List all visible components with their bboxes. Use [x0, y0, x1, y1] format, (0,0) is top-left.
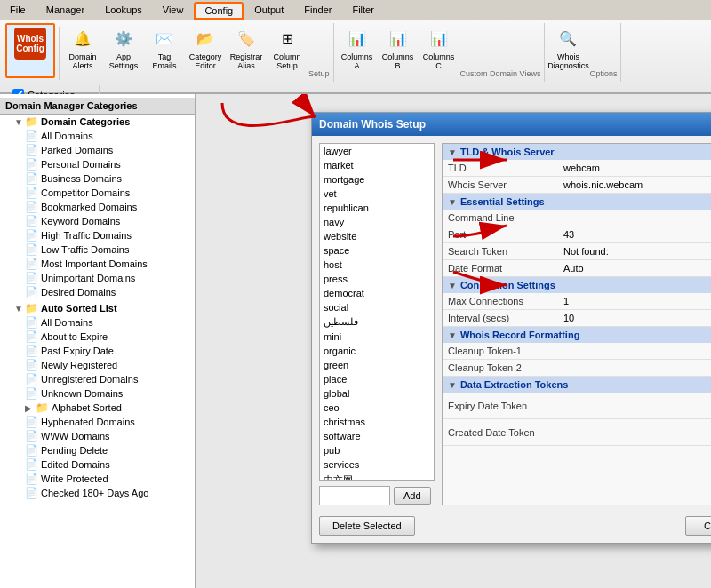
list-item[interactable]: mortgage — [320, 172, 434, 187]
tree-label: Unknown Domains — [41, 388, 123, 399]
cleanup1-value — [558, 348, 711, 354]
tree-personal-domains[interactable]: 📄 Personal Domains — [0, 157, 195, 171]
page-icon: 📄 — [25, 130, 38, 142]
tree-domain-categories[interactable]: ▼ 📁 Domain Categories — [0, 115, 195, 129]
tree-unknown-domains[interactable]: 📄 Unknown Domains — [0, 386, 195, 401]
list-item[interactable]: mini — [320, 330, 434, 344]
modal-title: Domain Whois Setup — [319, 118, 426, 131]
tld-listbox[interactable]: lawyer market mortgage vet republican na… — [319, 143, 435, 481]
add-button[interactable]: Add — [394, 487, 431, 505]
tree-high-traffic-domains[interactable]: 📄 High Traffic Domains — [0, 228, 195, 242]
list-item[interactable]: lawyer — [320, 144, 434, 158]
max-connections-value: 1 — [558, 293, 711, 309]
tree-bookmarked-domains[interactable]: 📄 Bookmarked Domains — [0, 200, 195, 214]
list-item[interactable]: christmas — [320, 415, 434, 429]
list-item[interactable]: market — [320, 158, 434, 172]
tree-low-traffic-domains[interactable]: 📄 Low Traffic Domains — [0, 242, 195, 257]
modal-titlebar: Domain Whois Setup ✕ — [312, 113, 711, 136]
tree-competitor-domains[interactable]: 📄 Competitor Domains — [0, 186, 195, 200]
app-settings-button[interactable]: ⚙️ AppSettings — [104, 23, 143, 73]
tree-keyword-domains[interactable]: 📄 Keyword Domains — [0, 214, 195, 228]
tree-edited-domains[interactable]: 📄 Edited Domains — [0, 457, 195, 472]
page-icon: 📄 — [25, 444, 38, 457]
delete-selected-button[interactable]: Delete Selected — [319, 516, 415, 536]
list-item[interactable]: فلسطين — [320, 314, 434, 330]
list-item[interactable]: services — [320, 457, 434, 472]
tree-all-domains-1[interactable]: 📄 All Domains — [0, 129, 195, 143]
page-icon: 📄 — [25, 416, 38, 428]
whois-diagnostics-button[interactable]: 🔍 WhoisDiagnostics — [548, 23, 587, 73]
tree-unimportant-domains[interactable]: 📄 Unimportant Domains — [0, 271, 195, 285]
tree-unregistered-domains[interactable]: 📄 Unregistered Domains — [0, 372, 195, 386]
list-item[interactable]: pub — [320, 443, 434, 457]
section-title: Essential Settings — [460, 196, 545, 207]
page-icon: 📄 — [25, 473, 38, 485]
content-area: Domain Whois Setup ✕ lawyer market mortg… — [196, 94, 711, 588]
collapse-icon: ▼ — [448, 147, 457, 157]
tab-lookups[interactable]: Lookups — [95, 2, 152, 20]
tree-label: Desired Domains — [41, 287, 116, 298]
columns-a-icon: 📊 — [345, 26, 370, 51]
tree-alphabet-sorted[interactable]: ▶ 📁 Alphabet Sorted — [0, 401, 195, 415]
tree-past-expiry-date[interactable]: 📄 Past Expiry Date — [0, 344, 195, 358]
list-item[interactable]: host — [320, 258, 434, 272]
tab-filter[interactable]: Filter — [342, 2, 383, 20]
page-icon: 📄 — [25, 458, 38, 471]
tree-www-domains[interactable]: 📄 WWW Domains — [0, 429, 195, 443]
list-item[interactable]: website — [320, 229, 434, 243]
page-icon: 📄 — [25, 272, 38, 284]
tab-config[interactable]: Config — [194, 2, 244, 20]
cleanup2-label: Cleanup Token-2 — [443, 360, 558, 376]
list-item[interactable]: navy — [320, 215, 434, 229]
columns-b-icon: 📊 — [386, 26, 411, 51]
tree-auto-sorted-list[interactable]: ▼ 📁 Auto Sorted List — [0, 301, 195, 315]
list-item[interactable]: organic — [320, 344, 434, 358]
domain-alerts-button[interactable]: 🔔 DomainAlerts — [63, 23, 102, 73]
tab-view[interactable]: View — [153, 2, 194, 20]
list-item[interactable]: democrat — [320, 286, 434, 300]
tab-finder[interactable]: Finder — [294, 2, 341, 20]
category-editor-button[interactable]: 📂 CategoryEditor — [186, 23, 225, 73]
prop-expiry-date-token: Expiry Date Token — [443, 393, 711, 419]
tree-about-to-expire[interactable]: 📄 About to Expire — [0, 330, 195, 344]
list-item[interactable]: software — [320, 429, 434, 443]
tree-desired-domains[interactable]: 📄 Desired Domains — [0, 285, 195, 299]
list-item[interactable]: ceo — [320, 401, 434, 415]
tab-output[interactable]: Output — [244, 2, 293, 20]
tree-business-domains[interactable]: 📄 Business Domains — [0, 171, 195, 186]
column-setup-button[interactable]: ⊞ ColumnSetup — [268, 23, 307, 73]
list-item[interactable]: place — [320, 372, 434, 386]
list-item[interactable]: global — [320, 386, 434, 401]
sidebar: Domain Manager Categories ▼ 📁 Domain Cat… — [0, 94, 196, 588]
tree-pending-delete[interactable]: 📄 Pending Delete — [0, 443, 195, 457]
list-item[interactable]: green — [320, 358, 434, 372]
page-icon: 📄 — [25, 172, 38, 185]
tree-hyphenated-domains[interactable]: 📄 Hyphenated Domains — [0, 415, 195, 429]
add-tld-input[interactable] — [319, 486, 390, 505]
columns-b-button[interactable]: 📊 ColumnsB — [379, 23, 418, 73]
tag-emails-button[interactable]: ✉️ TagEmails — [145, 23, 184, 73]
columns-a-button[interactable]: 📊 ColumnsA — [338, 23, 377, 73]
tree-all-domains-2[interactable]: 📄 All Domains — [0, 315, 195, 330]
tree-parked-domains[interactable]: 📄 Parked Domains — [0, 143, 195, 157]
whois-properties-panel[interactable]: ▼ TLD & Whois Server TLD webcam Whois Se… — [442, 143, 711, 505]
tree-newly-registered[interactable]: 📄 Newly Registered — [0, 358, 195, 372]
whois-config-button[interactable]: WhoisConfig — [5, 23, 55, 78]
registrar-alias-button[interactable]: 🏷️ RegistrarAlias — [227, 23, 266, 73]
tree-checked-180-days[interactable]: 📄 Checked 180+ Days Ago — [0, 486, 195, 500]
page-icon: 📄 — [25, 187, 38, 199]
close-button[interactable]: Close — [685, 516, 711, 536]
columns-c-button[interactable]: 📊 ColumnsC — [419, 23, 459, 73]
list-item[interactable]: space — [320, 243, 434, 258]
list-item[interactable]: press — [320, 272, 434, 286]
tree-write-protected[interactable]: 📄 Write Protected — [0, 472, 195, 486]
list-item[interactable]: republican — [320, 201, 434, 215]
list-item[interactable]: 中文网 — [320, 472, 434, 481]
tab-file[interactable]: File — [0, 2, 36, 20]
prop-date-format: Date Format Auto — [443, 260, 711, 277]
list-item[interactable]: social — [320, 300, 434, 314]
tab-manager[interactable]: Manager — [36, 2, 94, 20]
tree-most-important-domains[interactable]: 📄 Most Important Domains — [0, 257, 195, 271]
list-item[interactable]: vet — [320, 187, 434, 201]
modal-add-area: Add — [319, 486, 435, 505]
